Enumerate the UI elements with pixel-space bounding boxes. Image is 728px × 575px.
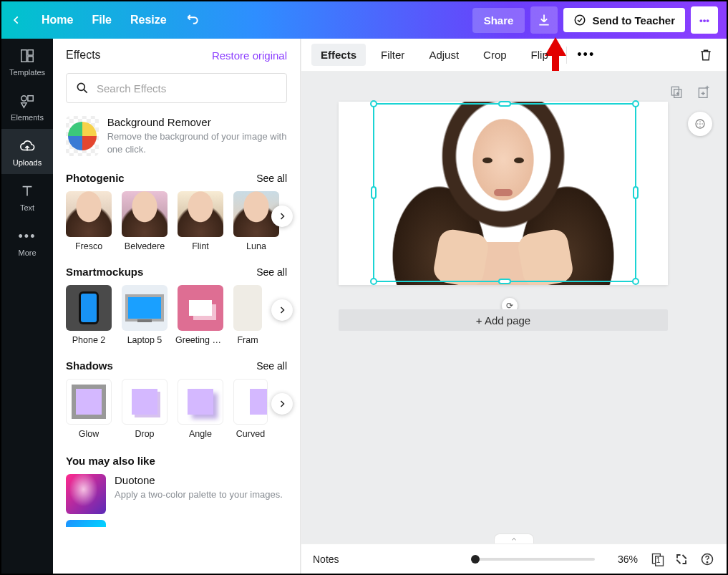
toolbar-more[interactable]: ••• xyxy=(576,44,597,66)
chevron-up-icon xyxy=(510,536,518,542)
tab-filter[interactable]: Filter xyxy=(372,44,414,66)
text-icon xyxy=(19,183,36,200)
more-button[interactable]: ••• xyxy=(691,6,718,34)
svg-point-4 xyxy=(21,96,26,101)
resize-handle-tm[interactable] xyxy=(498,101,511,107)
rail-templates-label: Templates xyxy=(9,68,45,77)
svg-point-14 xyxy=(707,561,707,562)
help-button[interactable] xyxy=(699,551,715,567)
search-effects[interactable] xyxy=(66,73,287,103)
see-all-shadows[interactable]: See all xyxy=(256,360,287,372)
rail-more[interactable]: ••• More xyxy=(1,219,53,264)
templates-icon xyxy=(19,47,36,64)
cap-curved: Curved xyxy=(236,429,265,439)
svg-point-0 xyxy=(576,15,586,25)
resize-handle-tr[interactable] xyxy=(632,100,639,107)
duplicate-page-icon[interactable] xyxy=(668,83,685,100)
cap-luna: Luna xyxy=(246,241,266,251)
shadow-curved[interactable]: Curved xyxy=(233,379,268,439)
section-shadows-label: Shadows xyxy=(66,359,113,372)
see-all-smartmockups[interactable]: See all xyxy=(256,266,287,278)
sparkle-icon xyxy=(694,117,707,130)
cap-drop: Drop xyxy=(135,429,154,439)
fullscreen-button[interactable] xyxy=(674,551,689,567)
svg-rect-2 xyxy=(28,50,33,55)
nav-resize[interactable]: Resize xyxy=(130,14,167,26)
bg-remover-icon xyxy=(66,116,99,156)
svg-point-10 xyxy=(696,120,704,128)
tab-effects[interactable]: Effects xyxy=(311,44,366,66)
nav-home[interactable]: Home xyxy=(42,14,73,26)
send-label: Send to Teacher xyxy=(592,14,675,26)
rail-elements[interactable]: Elements xyxy=(1,84,53,129)
scroll-smartmockups-right[interactable] xyxy=(271,299,293,321)
add-page-icon[interactable] xyxy=(695,83,712,100)
background-remover[interactable]: Background Remover Remove the background… xyxy=(66,115,287,166)
see-all-photogenic[interactable]: See all xyxy=(256,173,287,184)
check-circle-icon xyxy=(573,14,586,26)
elements-icon xyxy=(19,92,36,110)
section-photogenic-label: Photogenic xyxy=(66,172,125,184)
page-expand-handle[interactable] xyxy=(494,533,534,543)
image-toolbar: Effects Filter Adjust Crop Flip ••• xyxy=(301,39,727,72)
cap-frame: Fram xyxy=(237,335,258,345)
rail-text-label: Text xyxy=(20,203,34,212)
resize-handle-rm[interactable] xyxy=(633,186,639,199)
shadow-drop[interactable]: Drop xyxy=(122,379,168,439)
mockup-laptop5[interactable]: Laptop 5 xyxy=(122,285,168,345)
resize-handle-br[interactable] xyxy=(632,278,639,285)
add-page-button[interactable]: + Add page xyxy=(339,309,668,331)
zoom-value: 36% xyxy=(605,554,638,565)
rail-templates[interactable]: Templates xyxy=(1,39,53,84)
trash-icon xyxy=(699,48,713,62)
cap-phone2: Phone 2 xyxy=(72,335,106,345)
shadow-glow[interactable]: Glow xyxy=(66,379,112,439)
animate-button[interactable] xyxy=(688,112,712,136)
selection-box[interactable] xyxy=(373,103,636,282)
page-list-button[interactable]: 1 xyxy=(648,551,664,567)
partial-next-item xyxy=(66,520,106,527)
rail-elements-label: Elements xyxy=(11,113,44,122)
download-button[interactable] xyxy=(530,6,558,34)
zoom-knob[interactable] xyxy=(471,555,480,564)
nav-file[interactable]: File xyxy=(92,14,112,26)
scroll-photogenic-right[interactable] xyxy=(271,206,293,227)
resize-handle-lm[interactable] xyxy=(371,186,377,199)
rail-text[interactable]: Text xyxy=(1,174,53,219)
canvas-area[interactable]: ⟳ + Add page xyxy=(301,72,727,543)
mockup-greeting[interactable]: Greeting car... xyxy=(178,285,223,345)
zoom-slider[interactable] xyxy=(473,558,595,561)
effect-duotone[interactable]: Duotone Apply a two-color palette to you… xyxy=(66,474,287,514)
bg-remover-desc: Remove the background of your image with… xyxy=(107,130,287,155)
shadow-angle[interactable]: Angle xyxy=(178,379,223,439)
effect-flint[interactable]: Flint xyxy=(178,191,223,251)
undo-icon[interactable] xyxy=(185,11,200,29)
rail-uploads[interactable]: Uploads xyxy=(1,129,53,174)
search-icon xyxy=(75,81,89,95)
cap-greeting: Greeting car... xyxy=(175,335,225,345)
mockup-frame[interactable]: Fram xyxy=(233,285,262,345)
scroll-shadows-right[interactable] xyxy=(271,393,293,415)
tab-crop[interactable]: Crop xyxy=(474,44,516,66)
tab-adjust[interactable]: Adjust xyxy=(419,44,468,66)
effect-belvedere[interactable]: Belvedere xyxy=(122,191,168,251)
resize-handle-bl[interactable] xyxy=(370,278,377,285)
resize-handle-tl[interactable] xyxy=(370,100,377,107)
uploads-icon xyxy=(19,137,36,155)
mockup-phone2[interactable]: Phone 2 xyxy=(66,285,112,345)
tab-flip[interactable]: Flip xyxy=(522,44,558,66)
back-icon[interactable] xyxy=(10,14,23,26)
section-smartmockups-label: Smartmockups xyxy=(66,266,143,278)
svg-rect-3 xyxy=(28,57,33,62)
rail-more-label: More xyxy=(18,248,36,257)
notes-button[interactable]: Notes xyxy=(313,554,339,565)
resize-handle-bm[interactable] xyxy=(498,279,511,284)
restore-original-link[interactable]: Restore original xyxy=(212,49,287,62)
send-to-teacher-button[interactable]: Send to Teacher xyxy=(563,8,685,32)
effect-fresco[interactable]: Fresco xyxy=(66,191,112,251)
more-icon: ••• xyxy=(19,228,36,245)
share-button[interactable]: Share xyxy=(472,8,525,33)
delete-button[interactable] xyxy=(695,44,717,66)
panel-title: Effects xyxy=(66,49,101,62)
search-input[interactable] xyxy=(97,82,278,95)
